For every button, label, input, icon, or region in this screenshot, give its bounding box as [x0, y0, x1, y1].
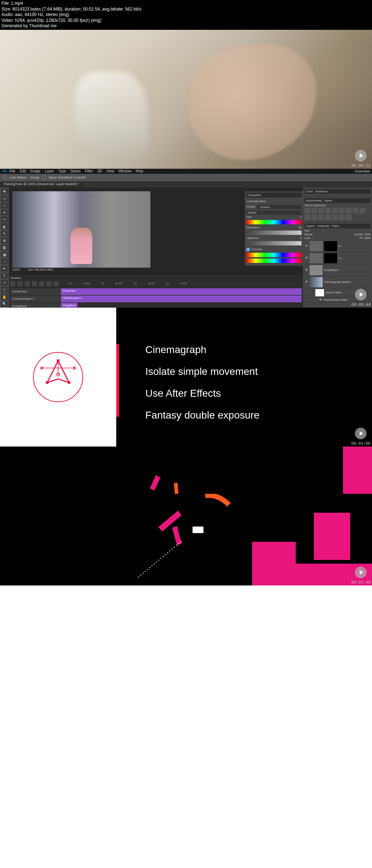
opacity-value[interactable]: 100%	[364, 233, 371, 236]
eyedropper-tool[interactable]: ◐	[1, 223, 8, 229]
group-dropdown[interactable]: Group	[30, 176, 39, 179]
pen-tool[interactable]: ✒	[1, 265, 8, 272]
eraser-tool[interactable]: ◧	[1, 244, 8, 251]
blend-mode[interactable]: Normal	[304, 233, 313, 236]
color-tab[interactable]: Color	[306, 190, 313, 193]
adj-threshold-icon[interactable]	[332, 215, 338, 220]
show-transform-checkbox[interactable]	[42, 176, 46, 179]
tl-transition[interactable]	[54, 281, 59, 286]
layer-row[interactable]: 👁 DodgeBurn	[304, 264, 371, 276]
photoshop-logo: Ps	[2, 169, 7, 174]
gradient-tool[interactable]: ▦	[1, 252, 8, 258]
menu-select[interactable]: Select	[70, 169, 81, 173]
clone-tool[interactable]: ⊕	[1, 237, 8, 244]
play-button-2[interactable]	[355, 289, 367, 300]
eye-icon[interactable]: 👁	[305, 280, 308, 284]
hand-tool[interactable]: ✋	[1, 293, 8, 300]
layer-name: Cinemagraph Motion	[324, 280, 351, 284]
menu-edit[interactable]: Edit	[20, 169, 26, 173]
svg-point-3	[68, 381, 70, 384]
layers-tab[interactable]: Layers	[306, 224, 315, 228]
styles-tab[interactable]: Styles	[324, 199, 332, 202]
saturation-slider[interactable]	[246, 231, 302, 235]
adj-color-balance-icon[interactable]	[346, 208, 352, 213]
adj-posterize-icon[interactable]	[325, 215, 331, 220]
adj-exposure-icon[interactable]	[325, 208, 331, 213]
channels-tab[interactable]: Channels	[317, 224, 329, 228]
tl-split[interactable]	[46, 281, 52, 286]
path-tool[interactable]: ↗	[1, 280, 8, 286]
wand-tool[interactable]: ✦	[1, 209, 8, 216]
play-button-1[interactable]	[355, 150, 367, 161]
adj-photo-filter-icon[interactable]	[360, 208, 365, 213]
menu-type[interactable]: Type	[58, 169, 66, 173]
adj-channel-mixer-icon[interactable]	[304, 215, 310, 220]
menu-window[interactable]: Window	[118, 169, 132, 173]
adj-hue-icon[interactable]	[339, 208, 345, 213]
brush-tool[interactable]: ✎	[1, 231, 8, 237]
menu-view[interactable]: View	[106, 169, 114, 173]
zoom-level[interactable]: 100%	[12, 268, 20, 271]
lightness-slider[interactable]	[246, 241, 302, 245]
adj-brightness-icon[interactable]	[304, 208, 310, 213]
menu-file[interactable]: File	[9, 169, 15, 173]
adj-levels-icon[interactable]	[311, 208, 317, 213]
play-button-3[interactable]	[355, 428, 367, 439]
layer-row[interactable]: 👁 H...	[304, 252, 371, 264]
layer-row[interactable]: 👁 D...	[304, 240, 371, 252]
crop-tool[interactable]: ✂	[1, 216, 8, 223]
tl-prev-frame[interactable]	[17, 281, 23, 286]
menu-filter[interactable]: Filter	[85, 169, 93, 173]
blur-tool[interactable]: ○	[1, 259, 8, 265]
adj-selective-color-icon[interactable]	[346, 215, 352, 220]
hue-value[interactable]: 0	[300, 215, 302, 219]
saturation-value[interactable]: 36	[298, 226, 302, 229]
shape-tool[interactable]: □	[1, 287, 8, 293]
menu-3d[interactable]: 3D	[97, 169, 102, 173]
eye-icon[interactable]: 👁	[319, 298, 322, 301]
tl-next-frame[interactable]	[32, 281, 37, 286]
canvas[interactable]	[12, 191, 150, 268]
layer-name: DodgeBurn	[324, 268, 339, 272]
adj-bw-icon[interactable]	[353, 208, 359, 213]
menu-image[interactable]: Image	[30, 169, 40, 173]
adj-invert-icon[interactable]	[318, 215, 324, 220]
text-tool[interactable]: T	[1, 273, 8, 279]
layer-row[interactable]: 👁 Cinemagraph Motion	[304, 276, 371, 288]
menu-layer[interactable]: Layer	[45, 169, 54, 173]
tl-audio[interactable]	[39, 281, 44, 286]
auto-select-checkbox[interactable]	[3, 176, 7, 179]
preset-dropdown[interactable]: Custom	[257, 205, 302, 209]
adj-gradient-map-icon[interactable]	[339, 215, 345, 220]
eye-icon[interactable]: 👁	[305, 268, 308, 272]
eye-icon[interactable]: 👁	[305, 244, 308, 248]
adjustments-tab[interactable]: Adjustments	[306, 199, 322, 202]
tl-first-frame[interactable]	[10, 281, 15, 286]
swatches-tab[interactable]: Swatches	[315, 190, 328, 193]
timeline-track[interactable]: DressColor DressColor	[10, 288, 302, 295]
lasso-tool[interactable]: ⌇	[1, 203, 8, 209]
eye-icon[interactable]: 👁	[305, 256, 308, 260]
document-tab[interactable]: PassingTrain @ 100% (DressColor, Layer M…	[0, 181, 82, 188]
tl-play[interactable]	[25, 281, 30, 286]
track-clip[interactable]: Hue/Saturation 1	[61, 296, 302, 302]
master-dropdown[interactable]: Master	[246, 211, 302, 215]
hue-slider[interactable]	[246, 220, 302, 224]
adj-color-lookup-icon[interactable]	[311, 215, 317, 220]
adj-curves-icon[interactable]	[318, 208, 324, 213]
workspace-label[interactable]: Essentials	[355, 169, 370, 173]
color-range-slider-2[interactable]	[246, 259, 302, 263]
color-range-slider-1[interactable]	[246, 253, 302, 257]
play-button-4[interactable]	[355, 567, 367, 578]
lightness-value[interactable]: 0	[300, 236, 302, 240]
move-tool[interactable]: ✥	[1, 188, 8, 195]
paths-tab[interactable]: Paths	[332, 224, 339, 228]
colorize-checkbox[interactable]	[246, 248, 250, 251]
timeline-track[interactable]: Hue/Saturation 1 Hue/Saturation 1	[10, 296, 302, 302]
marquee-tool[interactable]: ▭	[1, 195, 8, 201]
zoom-tool[interactable]: 🔍	[1, 301, 8, 307]
fill-value[interactable]: 100%	[364, 237, 371, 239]
menu-help[interactable]: Help	[136, 169, 143, 173]
track-clip[interactable]: DressColor	[61, 288, 302, 295]
adj-vibrance-icon[interactable]	[332, 208, 338, 213]
